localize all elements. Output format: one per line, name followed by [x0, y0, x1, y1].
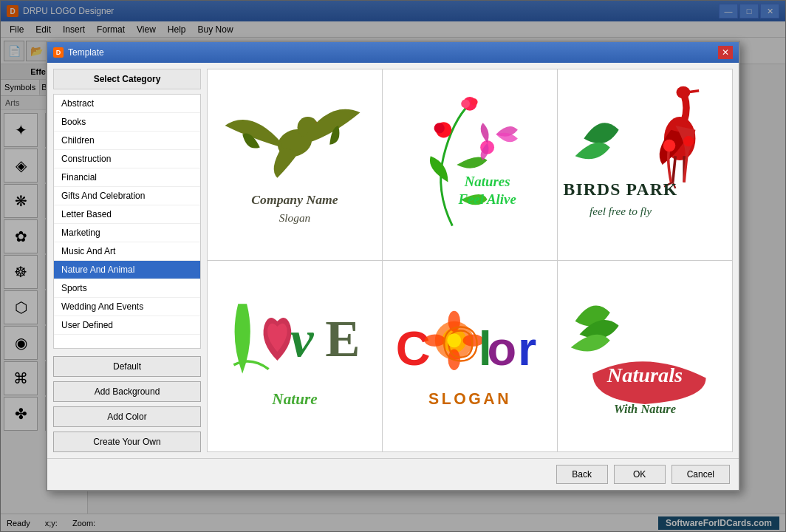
- back-button[interactable]: Back: [556, 465, 608, 484]
- category-marketing[interactable]: Marketing: [54, 224, 200, 242]
- category-construction[interactable]: Construction: [54, 150, 200, 168]
- svg-text:Company Name: Company Name: [251, 192, 338, 207]
- category-abstract[interactable]: Abstract: [54, 95, 200, 113]
- template-cell-6[interactable]: Naturals With Nature: [558, 261, 732, 451]
- svg-text:E: E: [325, 310, 360, 367]
- svg-line-15: [687, 91, 700, 92]
- svg-text:v: v: [290, 310, 315, 367]
- category-books[interactable]: Books: [54, 113, 200, 132]
- dialog-title: Template: [68, 47, 718, 58]
- svg-text:SLOGAN: SLOGAN: [428, 390, 511, 408]
- svg-point-9: [434, 123, 445, 133]
- modal-overlay: D Template ✕ Select Category Abstract Bo…: [0, 0, 786, 532]
- svg-text:Naturals: Naturals: [606, 364, 683, 386]
- category-music[interactable]: Music And Art: [54, 242, 200, 261]
- ok-button[interactable]: OK: [614, 465, 666, 484]
- category-user[interactable]: User Defined: [54, 316, 200, 335]
- category-list: Abstract Books Children Construction Fin…: [53, 94, 201, 349]
- dialog-footer: Back OK Cancel: [47, 458, 739, 490]
- svg-text:feel free to fly: feel free to fly: [590, 205, 652, 217]
- template-cell-3[interactable]: BIRDS PARK feel free to fly: [558, 69, 732, 260]
- svg-text:Feel Alive: Feel Alive: [457, 191, 516, 207]
- svg-text:BIRDS PARK: BIRDS PARK: [564, 180, 678, 199]
- dialog-title-bar: D Template ✕: [47, 42, 739, 63]
- template-cell-5[interactable]: C O l o: [383, 261, 557, 451]
- dialog-icon: D: [53, 47, 64, 58]
- dialog-sidebar: Select Category Abstract Books Children …: [53, 69, 201, 452]
- svg-text:Slogan: Slogan: [279, 211, 311, 224]
- category-sports[interactable]: Sports: [54, 279, 200, 298]
- dialog-close-button[interactable]: ✕: [718, 46, 733, 59]
- svg-text:C: C: [396, 321, 431, 375]
- svg-point-20: [663, 140, 676, 152]
- cancel-button[interactable]: Cancel: [671, 465, 730, 484]
- svg-text:With Nature: With Nature: [614, 402, 676, 416]
- svg-text:Nature: Nature: [271, 390, 317, 408]
- dialog-action-buttons: Default Add Background Add Color Create …: [53, 356, 201, 452]
- template-grid: Company Name Slogan: [207, 69, 733, 452]
- svg-point-7: [471, 98, 477, 105]
- template-cell-1[interactable]: Company Name Slogan: [208, 69, 382, 260]
- add-background-button[interactable]: Add Background: [53, 381, 201, 402]
- template-cell-2[interactable]: Natures Feel Alive: [383, 69, 557, 260]
- svg-text:o: o: [488, 321, 517, 375]
- svg-point-35: [447, 333, 461, 347]
- svg-text:O: O: [442, 317, 479, 371]
- add-color-button[interactable]: Add Color: [53, 406, 201, 427]
- category-wedding[interactable]: Wedding And Events: [54, 298, 200, 316]
- category-children[interactable]: Children: [54, 132, 200, 150]
- svg-point-21: [683, 136, 694, 146]
- category-financial[interactable]: Financial: [54, 168, 200, 187]
- dialog-body: Select Category Abstract Books Children …: [47, 63, 739, 458]
- category-header: Select Category: [53, 69, 201, 89]
- svg-text:Natures: Natures: [464, 174, 510, 190]
- template-dialog: D Template ✕ Select Category Abstract Bo…: [46, 41, 740, 491]
- template-cell-4[interactable]: v E Nature: [208, 261, 382, 451]
- default-button[interactable]: Default: [53, 356, 201, 377]
- svg-line-16: [673, 156, 676, 182]
- svg-point-6: [461, 100, 470, 109]
- category-gifts[interactable]: Gifts And Celebration: [54, 187, 200, 205]
- category-letter[interactable]: Letter Based: [54, 205, 200, 224]
- svg-text:r: r: [518, 321, 536, 375]
- category-nature[interactable]: Nature And Animal: [54, 261, 200, 279]
- create-your-own-button[interactable]: Create Your Own: [53, 432, 201, 452]
